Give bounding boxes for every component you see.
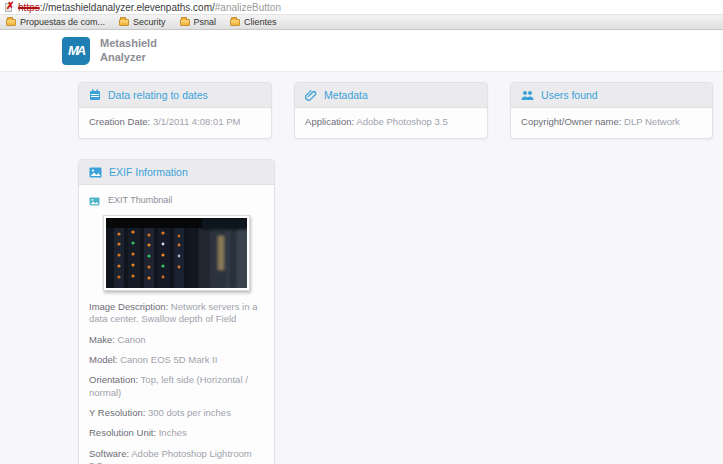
field-label: Copyright/Owner name:: [521, 116, 621, 127]
card-title: Data relating to dates: [108, 89, 208, 101]
app-title-line1: Metashield: [100, 37, 157, 50]
field-make: Make: Canon: [89, 334, 264, 346]
field-label: Image Description:: [89, 301, 168, 312]
card-exif: EXIF Information EXIT Thumbnail: [78, 159, 275, 464]
field-orientation: Orientation: Top, left side (Horizontal …: [89, 374, 264, 399]
bookmarks-bar: Propuestas de com... Security Psnal Clie…: [0, 15, 723, 30]
bookmark-label: Security: [133, 17, 166, 27]
field-label: Orientation:: [89, 374, 138, 385]
main-content: Data relating to dates Creation Date: 3/…: [0, 72, 723, 464]
card-title: EXIF Information: [109, 166, 188, 178]
field-label: Application:: [305, 116, 354, 127]
field-value: Inches: [159, 427, 187, 438]
folder-icon: [230, 19, 240, 26]
card-exif-header[interactable]: EXIF Information: [79, 160, 274, 185]
folder-icon: [180, 19, 190, 26]
bookmark-label: Psnal: [194, 17, 217, 27]
field-label: Make:: [89, 334, 115, 345]
bookmark-folder-clientes[interactable]: Clientes: [230, 17, 277, 27]
url-fragment: #analizeButton: [215, 2, 281, 13]
card-users-body: Copyright/Owner name: DLP Network: [511, 108, 712, 138]
field-software: Software: Adobe Photoshop Lightroom 3.5: [89, 448, 264, 464]
metashield-logo[interactable]: MA: [62, 37, 90, 65]
bookmark-label: Propuestas de com...: [20, 17, 105, 27]
card-dates: Data relating to dates Creation Date: 3/…: [78, 82, 272, 139]
field-value: Adobe Photoshop 3.5: [356, 116, 447, 127]
address-bar[interactable]: ✗ https://metashieldanalyzer.elevenpaths…: [0, 0, 723, 15]
field-label: Creation Date:: [89, 116, 150, 127]
app-header: MA Metashield Analyzer: [0, 30, 723, 72]
field-value: 300 dots per inches: [148, 407, 231, 418]
image-icon: [89, 167, 102, 178]
summary-cards-row: Data relating to dates Creation Date: 3/…: [78, 82, 713, 139]
app-title-line2: Analyzer: [100, 51, 157, 64]
card-exif-body: EXIT Thumbnail: [79, 185, 274, 464]
card-dates-header[interactable]: Data relating to dates: [79, 83, 271, 108]
card-users-header[interactable]: Users found: [511, 83, 712, 108]
field-value: 3/1/2011 4:08:01 PM: [153, 116, 241, 127]
field-value: DLP Network: [624, 116, 680, 127]
field-value: Canon EOS 5D Mark II: [120, 354, 217, 365]
exif-thumbnail-image: [103, 215, 250, 291]
paperclip-icon: [305, 89, 317, 101]
url-text[interactable]: https://metashieldanalyzer.elevenpaths.c…: [18, 2, 281, 13]
bookmark-folder-security[interactable]: Security: [119, 17, 166, 27]
users-icon: [521, 89, 534, 101]
exif-thumbnail-row: EXIT Thumbnail: [89, 195, 264, 207]
card-metadata-header[interactable]: Metadata: [295, 83, 487, 108]
field-label: Software:: [89, 448, 129, 459]
bookmark-folder-propuestas[interactable]: Propuestas de com...: [6, 17, 105, 27]
image-icon: [89, 197, 100, 206]
field-creation-date: Creation Date: 3/1/2011 4:08:01 PM: [89, 116, 261, 128]
bookmark-label: Clientes: [244, 17, 277, 27]
field-model: Model: Canon EOS 5D Mark II: [89, 354, 264, 366]
card-title: Metadata: [324, 89, 368, 101]
field-resolution-unit: Resolution Unit: Inches: [89, 427, 264, 439]
broken-ssl-icon[interactable]: ✗: [4, 2, 15, 13]
exif-thumbnail-label: EXIT Thumbnail: [108, 195, 172, 207]
field-copyright-owner: Copyright/Owner name: DLP Network: [521, 116, 702, 128]
card-metadata-body: Application: Adobe Photoshop 3.5: [295, 108, 487, 138]
field-label: Model:: [89, 354, 118, 365]
app-title: Metashield Analyzer: [100, 37, 157, 63]
card-users: Users found Copyright/Owner name: DLP Ne…: [510, 82, 713, 139]
field-image-description: Image Description: Network servers in a …: [89, 301, 264, 326]
card-dates-body: Creation Date: 3/1/2011 4:08:01 PM: [79, 108, 271, 138]
field-label: Y Resolution:: [89, 407, 145, 418]
field-value: Canon: [118, 334, 146, 345]
url-scheme-struck: https: [18, 2, 40, 13]
calendar-icon: [89, 89, 101, 101]
field-y-resolution: Y Resolution: 300 dots per inches: [89, 407, 264, 419]
folder-icon: [6, 19, 16, 26]
folder-icon: [119, 19, 129, 26]
card-title: Users found: [541, 89, 598, 101]
bookmark-folder-psnal[interactable]: Psnal: [180, 17, 217, 27]
field-application: Application: Adobe Photoshop 3.5: [305, 116, 477, 128]
exif-fields-list: Image Description: Network servers in a …: [89, 301, 264, 464]
field-label: Resolution Unit:: [89, 427, 156, 438]
card-metadata: Metadata Application: Adobe Photoshop 3.…: [294, 82, 488, 139]
url-host: ://metashieldanalyzer.elevenpaths.com/: [40, 2, 215, 13]
